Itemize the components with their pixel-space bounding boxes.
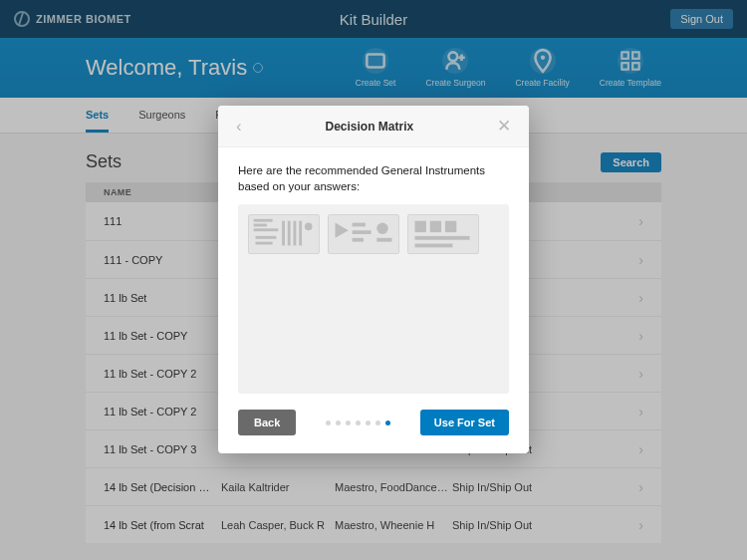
pagination-dot[interactable] — [336, 420, 341, 425]
pagination-dot[interactable] — [346, 420, 351, 425]
pagination-dot[interactable] — [356, 420, 361, 425]
pagination-dot[interactable] — [366, 420, 371, 425]
svg-rect-7 — [254, 219, 273, 222]
modal-body: Here are the recommended General Instrum… — [218, 147, 529, 394]
svg-rect-22 — [415, 221, 426, 232]
use-for-set-button[interactable]: Use For Set — [420, 410, 509, 435]
svg-rect-24 — [445, 221, 456, 232]
modal-footer: Back Use For Set — [218, 394, 529, 453]
svg-rect-17 — [353, 223, 366, 227]
modal-header: ‹ Decision Matrix ✕ — [218, 106, 529, 147]
svg-rect-15 — [256, 236, 277, 239]
svg-rect-12 — [294, 221, 297, 246]
decision-matrix-modal: ‹ Decision Matrix ✕ Here are the recomme… — [218, 106, 529, 453]
svg-point-14 — [305, 223, 313, 231]
svg-rect-8 — [254, 224, 267, 227]
instrument-thumbnails — [238, 204, 509, 394]
svg-rect-23 — [430, 221, 441, 232]
instrument-thumb[interactable] — [328, 214, 399, 254]
svg-rect-26 — [415, 244, 453, 248]
svg-rect-10 — [282, 221, 285, 246]
instrument-thumb[interactable] — [407, 214, 479, 254]
svg-rect-9 — [254, 228, 279, 231]
modal-message: Here are the recommended General Instrum… — [238, 163, 509, 194]
svg-rect-16 — [256, 242, 273, 245]
pagination-dot[interactable] — [326, 420, 331, 425]
pagination-dots — [326, 420, 390, 425]
svg-rect-13 — [299, 221, 302, 246]
modal-overlay[interactable]: ‹ Decision Matrix ✕ Here are the recomme… — [0, 0, 747, 560]
pagination-dot[interactable] — [385, 420, 390, 425]
svg-rect-11 — [288, 221, 291, 246]
svg-rect-21 — [376, 238, 391, 242]
svg-rect-18 — [353, 230, 372, 234]
instrument-thumb[interactable] — [248, 214, 320, 254]
svg-point-20 — [376, 223, 387, 234]
svg-rect-25 — [415, 236, 470, 240]
back-button[interactable]: Back — [238, 410, 296, 435]
close-icon[interactable]: ✕ — [493, 112, 515, 140]
chevron-left-icon[interactable]: ‹ — [232, 113, 246, 140]
pagination-dot[interactable] — [375, 420, 380, 425]
svg-rect-19 — [353, 238, 364, 242]
modal-title: Decision Matrix — [325, 120, 413, 134]
